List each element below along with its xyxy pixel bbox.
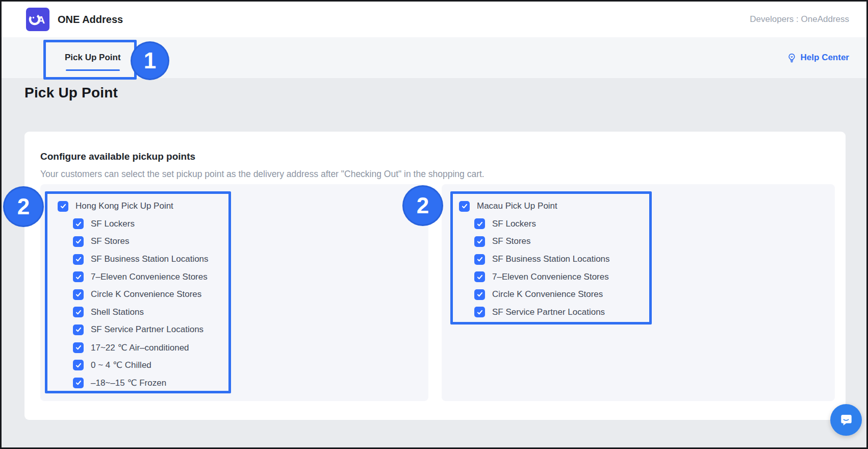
checkbox-checked[interactable]	[73, 360, 84, 370]
checkbox-checked[interactable]	[474, 271, 485, 282]
check-icon	[75, 379, 82, 386]
checkbox-checked[interactable]	[73, 289, 84, 300]
pickup-option-label: –18~–15 ℃ Frozen	[91, 378, 166, 388]
help-center-label: Help Center	[801, 53, 849, 63]
check-icon	[75, 326, 82, 333]
pickup-option-row[interactable]: 7–Eleven Convenience Stores	[73, 268, 428, 286]
tab-pick-up-point-label: Pick Up Point	[65, 53, 121, 63]
pickup-option-label: SF Lockers	[492, 219, 536, 229]
check-icon	[75, 344, 82, 351]
hong-kong-pickup-tree: Hong Kong Pick Up PointSF LockersSF Stor…	[40, 184, 428, 392]
svg-text:A: A	[37, 14, 45, 26]
step-2-badge-hong-kong: 2	[3, 186, 44, 227]
checkbox-checked[interactable]	[474, 254, 485, 265]
app-title: ONE Address	[58, 14, 123, 26]
macau-pickup-tree: Macau Pick Up PointSF LockersSF StoresSF…	[442, 184, 835, 321]
pickup-option-label: Macau Pick Up Point	[477, 201, 557, 211]
help-center-link[interactable]: Help Center	[787, 53, 849, 63]
pickup-option-label: SF Business Station Locations	[91, 254, 209, 264]
check-icon	[476, 256, 483, 263]
pickup-option-label: SF Service Partner Locations	[91, 325, 203, 335]
pickup-option-row[interactable]: 17~22 ℃ Air–conditioned	[73, 339, 428, 357]
check-icon	[75, 256, 82, 263]
pickup-option-row[interactable]: SF Business Station Locations	[73, 251, 428, 268]
pickup-option-row[interactable]: SF Service Partner Locations	[73, 321, 428, 339]
step-2-badge-macau: 2	[402, 185, 443, 226]
pickup-option-label: Circle K Convenience Stores	[492, 289, 603, 300]
checkbox-checked[interactable]	[73, 236, 84, 247]
pickup-option-label: SF Stores	[91, 236, 130, 246]
pickup-option-row[interactable]: Circle K Convenience Stores	[73, 286, 428, 304]
checkbox-checked[interactable]	[73, 325, 84, 335]
app-window: A ONE Address Developers : OneAddress Pi…	[0, 0, 868, 449]
page-title: Pick Up Point	[24, 85, 118, 101]
pickup-option-row[interactable]: 0 ~ 4 ℃ Chilled	[73, 356, 428, 374]
pickup-option-label: SF Lockers	[91, 219, 135, 229]
check-icon	[461, 203, 468, 210]
account-label: Developers : OneAddress	[750, 14, 849, 24]
pickup-config-card: Configure available pickup points Your c…	[24, 132, 846, 420]
pickup-option-label: SF Stores	[492, 236, 531, 246]
pickup-option-row[interactable]: SF Business Station Locations	[474, 251, 835, 268]
pickup-option-label: 7–Eleven Convenience Stores	[492, 272, 609, 282]
checkbox-checked[interactable]	[73, 218, 84, 229]
pickup-option-label: 17~22 ℃ Air–conditioned	[91, 342, 189, 353]
one-address-logo-icon: A	[26, 8, 49, 31]
pickup-option-row[interactable]: SF Lockers	[474, 215, 835, 233]
check-icon	[75, 273, 82, 281]
checkbox-checked[interactable]	[474, 307, 485, 317]
checkbox-checked[interactable]	[474, 236, 485, 247]
card-subtitle: Your customers can select the set pickup…	[40, 169, 484, 180]
checkbox-checked[interactable]	[474, 218, 485, 229]
checkbox-checked[interactable]	[58, 201, 68, 212]
pickup-option-label: Circle K Convenience Stores	[91, 289, 201, 300]
step-1-badge: 1	[131, 41, 169, 80]
pickup-option-row[interactable]: Hong Kong Pick Up Point	[58, 197, 428, 215]
pickup-option-label: Shell Stations	[91, 307, 144, 317]
checkbox-checked[interactable]	[73, 307, 84, 317]
check-icon	[476, 238, 483, 245]
check-icon	[75, 238, 82, 245]
checkbox-checked[interactable]	[474, 289, 485, 300]
top-header: A ONE Address Developers : OneAddress	[2, 2, 866, 37]
checkbox-checked[interactable]	[459, 201, 470, 212]
hong-kong-pickup-panel: Hong Kong Pick Up PointSF LockersSF Stor…	[40, 184, 428, 401]
pickup-option-label: SF Service Partner Locations	[492, 307, 605, 317]
card-heading: Configure available pickup points	[40, 151, 195, 162]
check-icon	[476, 309, 483, 316]
pickup-option-row[interactable]: Circle K Convenience Stores	[474, 286, 835, 304]
pickup-option-label: SF Business Station Locations	[492, 254, 610, 264]
pickup-option-row[interactable]: SF Lockers	[73, 215, 428, 233]
checkbox-checked[interactable]	[73, 271, 84, 282]
check-icon	[75, 309, 82, 316]
logo-glyph-icon: A	[26, 8, 49, 31]
active-tab-underline	[66, 69, 120, 71]
check-icon	[476, 273, 483, 281]
check-icon	[75, 220, 82, 228]
pickup-option-label: Hong Kong Pick Up Point	[75, 201, 173, 211]
pickup-option-row[interactable]: SF Stores	[474, 233, 835, 251]
lightbulb-icon	[787, 53, 797, 63]
checkbox-checked[interactable]	[73, 342, 84, 353]
chat-launcher-button[interactable]	[830, 404, 862, 436]
tab-pick-up-point[interactable]: Pick Up Point	[52, 37, 134, 78]
pickup-option-label: 0 ~ 4 ℃ Chilled	[91, 360, 151, 370]
check-icon	[75, 362, 82, 369]
pickup-option-row[interactable]: Macau Pick Up Point	[459, 197, 835, 215]
pickup-option-row[interactable]: SF Service Partner Locations	[474, 304, 835, 321]
pickup-option-row[interactable]: Shell Stations	[73, 304, 428, 321]
check-icon	[60, 203, 67, 210]
pickup-option-row[interactable]: 7–Eleven Convenience Stores	[474, 268, 835, 286]
check-icon	[75, 291, 82, 298]
check-icon	[476, 220, 483, 228]
chat-bubble-icon	[838, 412, 854, 428]
pickup-option-row[interactable]: –18~–15 ℃ Frozen	[73, 374, 428, 392]
check-icon	[476, 291, 483, 298]
checkbox-checked[interactable]	[73, 254, 84, 265]
pickup-option-label: 7–Eleven Convenience Stores	[91, 272, 208, 282]
pickup-option-row[interactable]: SF Stores	[73, 233, 428, 251]
macau-pickup-panel: Macau Pick Up PointSF LockersSF StoresSF…	[442, 184, 835, 401]
checkbox-checked[interactable]	[73, 378, 84, 388]
